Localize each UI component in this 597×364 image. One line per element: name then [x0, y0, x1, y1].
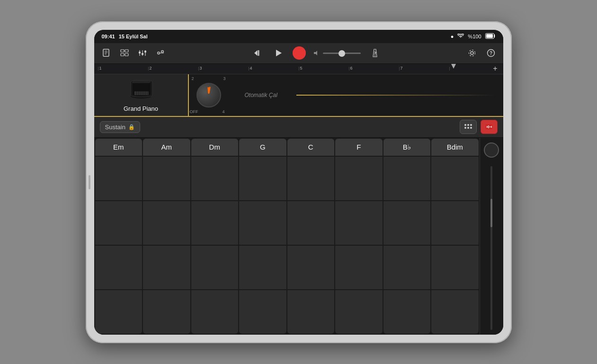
chord-strip-1-1[interactable] [143, 201, 190, 245]
svg-rect-6 [121, 50, 124, 52]
chord-strip-4-2[interactable] [287, 246, 335, 289]
toolbar: ? [94, 43, 503, 64]
mixer-button[interactable] [136, 46, 149, 60]
svg-point-40 [467, 124, 469, 126]
chord-strip-7-0[interactable] [431, 157, 479, 200]
chord-strip-0-3[interactable] [95, 290, 143, 334]
chord-column-3: G [239, 139, 286, 334]
record-button[interactable] [293, 46, 306, 60]
chord-strip-7-3[interactable] [431, 290, 479, 334]
chord-strip-2-1[interactable] [191, 201, 239, 245]
ruler-mark-4: 4 [249, 67, 299, 71]
svg-point-41 [470, 124, 472, 126]
chord-strip-2-0[interactable] [191, 157, 239, 200]
chord-strip-0-0[interactable] [95, 157, 143, 200]
chord-strip-4-3[interactable] [287, 290, 335, 334]
track-content: 2 3 4 OFF Otomatik Çal [189, 74, 503, 116]
chord-strip-5-0[interactable] [335, 157, 383, 200]
ruler-mark-8 [449, 67, 499, 71]
svg-point-26 [471, 52, 473, 54]
chord-strip-0-1[interactable] [95, 201, 143, 245]
scroll-thumb [490, 199, 492, 227]
autoplay-knob[interactable] [196, 83, 221, 107]
chord-strip-6-3[interactable] [383, 290, 431, 334]
chord-strip-2-3[interactable] [191, 290, 239, 334]
svg-point-18 [161, 51, 163, 53]
toolbar-left [100, 46, 167, 60]
svg-point-17 [157, 52, 160, 54]
toolbar-center [251, 46, 382, 60]
chord-strip-3-2[interactable] [239, 246, 286, 289]
autoplay-label: Otomatik Çal [245, 92, 277, 98]
chord-label-0[interactable]: Em [95, 139, 143, 156]
volume-thumb[interactable] [339, 50, 345, 57]
chord-label-6[interactable]: B♭ [383, 139, 431, 156]
status-time: 09:41 [102, 34, 115, 39]
ruler-mark-3: 3 [198, 67, 249, 71]
add-section-button[interactable]: + [493, 64, 497, 73]
chord-strip-3-0[interactable] [239, 157, 286, 200]
ruler-mark-6: 6 [349, 67, 399, 71]
ruler-marks: 1 2 3 4 5 6 7 [98, 67, 499, 71]
controls-right [460, 120, 498, 134]
ruler-mark-7: 7 [399, 67, 449, 71]
status-left: 09:41 15 Eylül Sal [102, 34, 148, 39]
arpeggio-button[interactable] [460, 120, 477, 134]
chord-strip-7-2[interactable] [431, 246, 479, 289]
chord-label-2[interactable]: Dm [191, 139, 239, 156]
svg-rect-20 [258, 50, 259, 56]
chord-strip-3-1[interactable] [239, 201, 286, 245]
chord-strip-1-0[interactable] [143, 157, 190, 200]
chord-strip-1-3[interactable] [143, 290, 190, 334]
chord-strip-5-3[interactable] [335, 290, 383, 334]
svg-text:?: ? [489, 51, 492, 56]
knob-area: 2 3 4 OFF [196, 83, 221, 107]
chord-label-3[interactable]: G [239, 139, 286, 156]
help-button[interactable]: ? [484, 46, 498, 60]
settings-button[interactable] [465, 46, 479, 60]
chord-strip-1-2[interactable] [143, 246, 190, 289]
chord-strip-2-2[interactable] [191, 246, 239, 289]
svg-rect-9 [125, 53, 128, 56]
sustain-button[interactable]: Sustain 🔒 [100, 121, 140, 133]
play-button[interactable] [272, 46, 285, 60]
rewind-button[interactable] [251, 46, 264, 60]
svg-rect-8 [121, 53, 124, 56]
chord-strip-7-1[interactable] [431, 201, 479, 245]
chord-strip-6-0[interactable] [383, 157, 431, 200]
chord-strip-0-2[interactable] [95, 246, 143, 289]
chord-column-1: Am [143, 139, 190, 334]
track-header[interactable]: Grand Piano [94, 74, 189, 116]
volume-track[interactable] [323, 53, 361, 54]
volume-slider[interactable] [313, 50, 361, 56]
ipad-screen: 09:41 15 Eylül Sal ● %100 [94, 30, 503, 335]
chord-strip-4-0[interactable] [287, 157, 335, 200]
tracks-button[interactable] [118, 46, 131, 60]
record-strip-button[interactable] [481, 120, 498, 134]
wifi-icon [457, 34, 464, 39]
svg-point-44 [470, 127, 472, 129]
chord-strip-5-1[interactable] [335, 201, 383, 245]
new-song-button[interactable] [100, 46, 113, 60]
lock-icon: 🔒 [128, 124, 135, 130]
sustain-label: Sustain [105, 124, 125, 131]
chord-strip-3-3[interactable] [239, 290, 286, 334]
chord-strip-6-1[interactable] [383, 201, 431, 245]
chord-label-5[interactable]: F [335, 139, 383, 156]
home-button[interactable] [484, 142, 499, 158]
eq-button[interactable] [154, 46, 167, 60]
metronome-button[interactable] [368, 46, 382, 60]
chord-strip-6-2[interactable] [383, 246, 431, 289]
battery-status: %100 [468, 34, 481, 39]
chord-column-2: Dm [191, 139, 239, 334]
scroll-indicator[interactable] [490, 166, 492, 330]
svg-rect-15 [144, 51, 146, 53]
chord-strip-5-2[interactable] [335, 246, 383, 289]
chord-strip-4-1[interactable] [287, 201, 335, 245]
svg-rect-14 [142, 53, 143, 55]
chord-label-7[interactable]: Bdim [431, 139, 479, 156]
timeline-ruler: 1 2 3 4 5 6 7 + [94, 64, 503, 74]
chord-label-4[interactable]: C [287, 139, 335, 156]
chord-label-1[interactable]: Am [143, 139, 190, 156]
chord-column-5: F [335, 139, 383, 334]
